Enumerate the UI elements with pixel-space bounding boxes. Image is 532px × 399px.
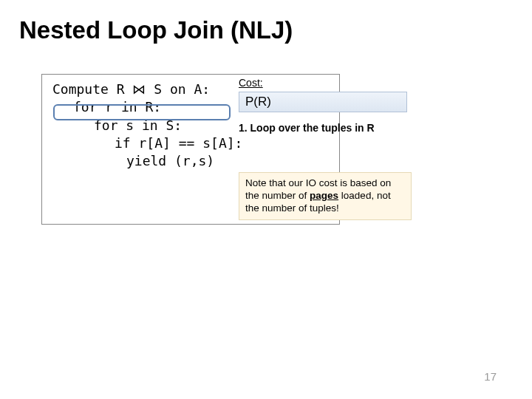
- cost-value-box: P(R): [239, 92, 407, 112]
- cost-label: Cost:: [239, 77, 263, 89]
- step-description: 1. Loop over the tuples in R: [239, 122, 375, 134]
- page-number: 17: [484, 370, 497, 383]
- note-callout: Note that our IO cost is based on the nu…: [239, 172, 412, 220]
- bowtie-icon: ⋈: [132, 82, 146, 97]
- highlight-box: [53, 104, 231, 120]
- note-emphasis: pages: [310, 190, 338, 201]
- slide-title: Nested Loop Join (NLJ): [19, 16, 293, 44]
- code-line-5: yield (r,s): [52, 152, 329, 170]
- cost-value: P(R): [245, 95, 271, 109]
- code-line-4: if r[A] == s[A]:: [52, 134, 329, 152]
